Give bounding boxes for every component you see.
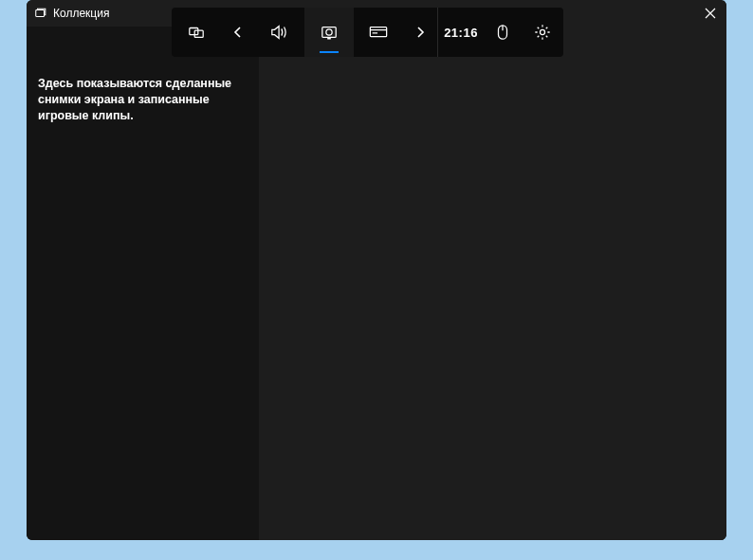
widgets-button[interactable] (172, 8, 221, 57)
svg-rect-1 (190, 28, 198, 35)
previous-button[interactable] (221, 8, 255, 57)
audio-button[interactable] (255, 8, 304, 57)
sidebar: Здесь показываются сделанные снимки экра… (27, 27, 259, 540)
capture-button[interactable] (304, 8, 354, 57)
svg-point-4 (326, 29, 332, 35)
svg-point-7 (540, 29, 544, 34)
performance-button[interactable] (354, 8, 403, 57)
close-button[interactable] (702, 5, 719, 22)
svg-rect-0 (36, 10, 45, 17)
window-body: Здесь показываются сделанные снимки экра… (27, 27, 726, 540)
settings-button[interactable] (522, 8, 563, 57)
game-bar-toolbar: 21:16 (172, 8, 563, 57)
sidebar-empty-message: Здесь показываются сделанные снимки экра… (38, 76, 248, 124)
clock: 21:16 (438, 8, 484, 57)
window-title: Коллекция (53, 7, 109, 20)
collection-window: Коллекция Здесь показываются сделанные с… (27, 0, 726, 540)
svg-rect-5 (370, 27, 386, 37)
titlebar-left: Коллекция (34, 7, 109, 20)
next-button[interactable] (403, 8, 437, 57)
main-content-area (259, 27, 726, 540)
svg-rect-2 (194, 30, 203, 37)
collection-icon (34, 7, 47, 20)
mouse-button[interactable] (484, 8, 522, 57)
